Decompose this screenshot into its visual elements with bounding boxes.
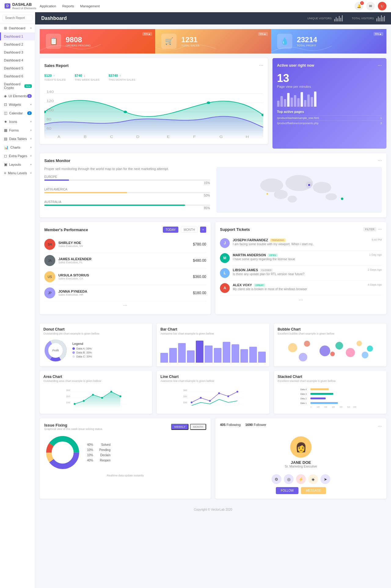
issue-tab-month[interactable]: MONTH bbox=[190, 424, 206, 430]
bubble-2 bbox=[320, 346, 330, 356]
profile-action-icons: ⚙ ◎ ⚡ ◈ ➤ bbox=[220, 474, 382, 484]
logo-icon: D bbox=[5, 3, 10, 9]
profile-stats: 405 Following 1690 Follower bbox=[220, 423, 266, 427]
support-header: Support Tickets FILTER ··· bbox=[220, 227, 382, 232]
svg-text:400: 400 bbox=[339, 406, 343, 408]
tab-today[interactable]: TODAY bbox=[163, 227, 179, 233]
stat-card-orders: 📋 9808 ORDERS PENDING 5%▲ bbox=[40, 29, 155, 54]
sidebar-item-widgets[interactable]: ⊡Widgets ▾ bbox=[0, 100, 35, 109]
sales-monitor-menu[interactable]: ··· bbox=[378, 158, 382, 163]
sidebar-item-calendar[interactable]: ◫Calendar 2 bbox=[0, 109, 35, 117]
tab-month[interactable]: MONTH bbox=[181, 227, 198, 233]
member-amount-0: $780.00 bbox=[193, 242, 206, 246]
member-item-0: SH SHIRLEY HOE Sales Executive, NY $780.… bbox=[44, 236, 206, 253]
ticket-3: A ALEX VOXY GREAT My client site is brok… bbox=[220, 281, 382, 296]
profile-menu[interactable]: ··· bbox=[378, 423, 382, 429]
sidebar-item-dashboard1[interactable]: Dashboard 1 bbox=[0, 32, 35, 40]
sales-stats-row: $120 ↑ TODAY'S SALES $740 ↓ THIS WEEK SA… bbox=[44, 72, 263, 81]
active-users-menu[interactable]: ··· bbox=[378, 63, 382, 68]
ticket-msg-3: My client site is broken in most of the … bbox=[233, 287, 365, 291]
svg-text:100: 100 bbox=[183, 401, 187, 404]
orders-badge: 5%▲ bbox=[142, 32, 152, 36]
ticket-msg-0: I am facing some trouble with my viewpor… bbox=[233, 242, 368, 246]
issue-donut-visual bbox=[44, 434, 81, 471]
filter-btn[interactable]: FILTER bbox=[363, 227, 376, 231]
legend-dot-0 bbox=[72, 347, 75, 350]
svg-point-53 bbox=[227, 395, 229, 397]
ticket-status-3: GREAT bbox=[254, 283, 265, 287]
ticket-1: M MARTIN ANDERSON OPEN I have some query… bbox=[220, 251, 382, 266]
svg-point-52 bbox=[218, 392, 220, 394]
follow-button[interactable]: FOLLOW bbox=[276, 487, 298, 494]
sales-report-menu[interactable]: ··· bbox=[259, 63, 263, 68]
svg-text:Data 1: Data 1 bbox=[300, 402, 307, 404]
sidebar-item-extra-pages[interactable]: ◻Extra Pages ▾ bbox=[0, 152, 35, 160]
svg-text:100: 100 bbox=[316, 406, 320, 408]
sidebar-item-dashboard6[interactable]: Dashboard 6 bbox=[0, 72, 35, 80]
bubble-3 bbox=[335, 342, 343, 349]
nav-application[interactable]: Application bbox=[40, 4, 56, 8]
sidebar-item-layouts[interactable]: ▣Layouts ▾ bbox=[0, 160, 35, 169]
bell-icon-btn[interactable]: 🔔1 bbox=[355, 2, 363, 10]
action-icon-1[interactable]: ◎ bbox=[284, 474, 294, 484]
sidebar-item-dashboard2[interactable]: Dashboard 2 bbox=[0, 40, 35, 48]
svg-text:300: 300 bbox=[66, 389, 70, 392]
sidebar-item-dashboard3[interactable]: Dashboard 3 bbox=[0, 48, 35, 56]
ticket-name-0: JOSEPH FARNANDEZ bbox=[233, 238, 268, 242]
sidebar-item-dashboard5[interactable]: Dashboard 5 bbox=[0, 64, 35, 72]
action-icon-2[interactable]: ⚡ bbox=[296, 474, 306, 484]
profile-center: 👩 JANE DOE Sr. Marketing Executive bbox=[220, 433, 382, 471]
sidebar-item-dashboard[interactable]: ⊞Dashboard ▾ bbox=[0, 24, 35, 32]
member-amount-2: $360.00 bbox=[193, 275, 206, 279]
nav-reports[interactable]: Reports bbox=[62, 4, 74, 8]
search-input[interactable] bbox=[2, 15, 32, 21]
issue-header: Issue Fixing Graphical view of this week… bbox=[44, 423, 206, 431]
svg-text:120: 120 bbox=[46, 99, 54, 103]
issue-title: Issue Fixing bbox=[44, 423, 103, 427]
sidebar-item-data-tables[interactable]: ▤Data Tables ▾ bbox=[0, 135, 35, 143]
issue-tab-weekly[interactable]: WEEKLY bbox=[171, 424, 188, 430]
issue-footer-note: Realtime data update instantly bbox=[44, 474, 206, 477]
sidebar-item-forms[interactable]: ▦Forms ▾ bbox=[0, 126, 35, 135]
sidebar-item-ui-elements[interactable]: ◈UI Elements 6 bbox=[0, 92, 35, 100]
latin-pct: 50% bbox=[44, 194, 210, 197]
sales-report-title: Sales Report bbox=[44, 63, 68, 68]
sidebar-item-charts[interactable]: 📊Charts ▾ bbox=[0, 143, 35, 152]
top-page-url-1: /product/flatdone/components.php bbox=[277, 122, 319, 125]
region-australia: AUSTRALIA 85% bbox=[44, 200, 210, 210]
svg-text:Data 2: Data 2 bbox=[300, 398, 307, 400]
top-page-item-1: /product/flatdone/components.php 3 bbox=[277, 120, 382, 126]
active-users-header: Active user right now ··· bbox=[277, 63, 382, 68]
support-menu[interactable]: ··· bbox=[378, 227, 382, 232]
solved-label: Solved bbox=[101, 443, 111, 446]
ticket-header-0: JOSEPH FARNANDEZ TRENDING bbox=[233, 238, 368, 242]
action-icon-3[interactable]: ◈ bbox=[308, 474, 318, 484]
svg-text:E: E bbox=[167, 135, 170, 139]
sidebar-item-icons[interactable]: ★Icons ▾ bbox=[0, 117, 35, 126]
issue-legend-reopen: 40% Reopen bbox=[87, 458, 111, 463]
members-tab-icon[interactable]: + bbox=[200, 227, 206, 233]
message-button[interactable]: MESSAGE bbox=[301, 487, 326, 494]
action-icon-0[interactable]: ⚙ bbox=[272, 474, 281, 484]
sidebar: ⊞Dashboard ▾ Dashboard 1 Dashboard 2 Das… bbox=[0, 12, 35, 520]
line-title: Line Chart bbox=[160, 375, 265, 379]
nav-management[interactable]: Management bbox=[80, 4, 100, 8]
member-avatar-1: JA bbox=[44, 255, 55, 266]
svg-text:100: 100 bbox=[46, 109, 54, 112]
ticket-status-2: CLOSED bbox=[260, 268, 273, 272]
sidebar-item-menu-levels[interactable]: ≡Menu Levels ▾ bbox=[0, 169, 35, 177]
ticket-name-2: LIBSON JAMES bbox=[233, 268, 258, 272]
sidebar-item-dashboard4[interactable]: Dashboard 4 bbox=[0, 56, 35, 64]
more-tickets-btn[interactable]: ··· bbox=[220, 296, 382, 304]
ticket-2: L LIBSON JAMES CLOSED Is there any updat… bbox=[220, 266, 382, 281]
svg-text:300: 300 bbox=[183, 389, 187, 392]
issue-fixing-panel: Issue Fixing Graphical view of this week… bbox=[40, 418, 211, 499]
svg-text:Data 3: Data 3 bbox=[300, 393, 307, 395]
sidebar-item-dashboard-crypto[interactable]: Dashboard Crypto New bbox=[0, 80, 35, 92]
message-icon-btn[interactable]: ✉ bbox=[366, 2, 375, 10]
more-members-btn[interactable]: ··· bbox=[44, 301, 206, 310]
action-icon-4[interactable]: ➤ bbox=[320, 474, 330, 484]
user-avatar[interactable]: U bbox=[378, 2, 386, 10]
svg-text:A: A bbox=[57, 135, 60, 139]
sales-report-section: Sales Report ··· $120 ↑ TODAY'S SALES $7… bbox=[40, 58, 386, 149]
